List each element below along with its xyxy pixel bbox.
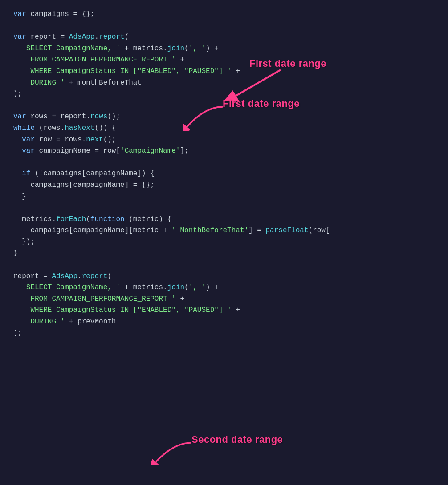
keyword: var: [13, 113, 26, 121]
empty-line: [13, 20, 435, 32]
string: ' FROM CAMPAIGN_PERFORMANCE_REPORT ': [22, 56, 176, 64]
empty-line: [13, 202, 435, 214]
code-line: var report = AdsApp.report(: [13, 32, 435, 43]
arrow-svg-1: [183, 105, 227, 131]
code-line: });: [13, 237, 435, 248]
fn-join: join: [167, 44, 184, 53]
code-line-during-1: ' DURING ' + monthBeforeThat: [13, 77, 435, 89]
code-line: 'SELECT CampaignName, ' + metrics.join('…: [13, 282, 435, 294]
fn-report2: report: [82, 272, 108, 280]
fn-foreach: forEach: [56, 215, 86, 223]
keyword: if: [22, 170, 30, 178]
code-line: var campaignName = row['CampaignName'];: [13, 146, 435, 157]
code-line: );: [13, 328, 435, 340]
code-line: ' FROM CAMPAIGN_PERFORMANCE_REPORT ' +: [13, 54, 435, 66]
keyword: function: [90, 215, 125, 223]
code-container: var campaigns = {}; var report = AdsApp.…: [0, 0, 448, 348]
string: ', ': [189, 44, 206, 53]
code-line: campaigns[campaignName] = {};: [13, 180, 435, 191]
code-line: var row = rows.next();: [13, 134, 435, 146]
string: ' FROM CAMPAIGN_PERFORMANCE_REPORT ': [22, 295, 176, 303]
string: 'CampaignName': [120, 147, 180, 155]
keyword: var: [13, 10, 26, 18]
empty-line: [13, 259, 435, 271]
annotation-second-date-range-label: Second date range: [191, 432, 283, 447]
code-line: if (!campaigns[campaignName]) {: [13, 168, 435, 180]
fn-adsapp: AdsApp: [69, 33, 95, 41]
code-line: );: [13, 89, 435, 100]
keyword: var: [22, 136, 35, 144]
string: 'SELECT CampaignName, ': [22, 283, 120, 291]
keyword: var: [13, 33, 26, 41]
fn-adsapp2: AdsApp: [52, 272, 77, 280]
fn-join2: join: [167, 283, 184, 291]
code-line: report = AdsApp.report(: [13, 271, 435, 283]
code-line: ' WHERE CampaignStatus IN ["ENABLED", "P…: [13, 305, 435, 316]
string: '_MonthBeforeThat': [171, 226, 248, 234]
keyword: var: [22, 147, 35, 155]
code-line: 'SELECT CampaignName, ' + metrics.join('…: [13, 43, 435, 55]
code-line: ' FROM CAMPAIGN_PERFORMANCE_REPORT ' +: [13, 294, 435, 305]
fn-rows: rows: [90, 113, 107, 121]
code-line: var campaigns = {};: [13, 9, 435, 20]
string: ' WHERE CampaignStatus IN ["ENABLED", "P…: [22, 67, 231, 75]
code-line: ' WHERE CampaignStatus IN ["ENABLED", "P…: [13, 66, 435, 77]
fn-parsefloat: parseFloat: [266, 226, 309, 234]
code-line: }: [13, 191, 435, 203]
string: 'SELECT CampaignName, ': [22, 44, 120, 53]
code-line: }: [13, 248, 435, 259]
code-line: campaigns[campaignName][metric + '_Month…: [13, 225, 435, 237]
string: ' DURING ': [22, 79, 65, 87]
string: ' WHERE CampaignStatus IN ["ENABLED", "P…: [22, 306, 231, 314]
empty-line: [13, 157, 435, 169]
code-line: metrics.forEach(function (metric) {: [13, 214, 435, 226]
arrow-svg-2: [151, 441, 196, 465]
string: ' DURING ': [22, 318, 65, 326]
string: ', ': [189, 283, 206, 291]
fn-next: next: [86, 136, 103, 144]
code-line-during-2: ' DURING ' + prevMonth: [13, 316, 435, 328]
fn-report: report: [99, 33, 125, 41]
keyword-while: while: [13, 124, 35, 132]
fn-hasnext: hasNext: [65, 124, 94, 132]
